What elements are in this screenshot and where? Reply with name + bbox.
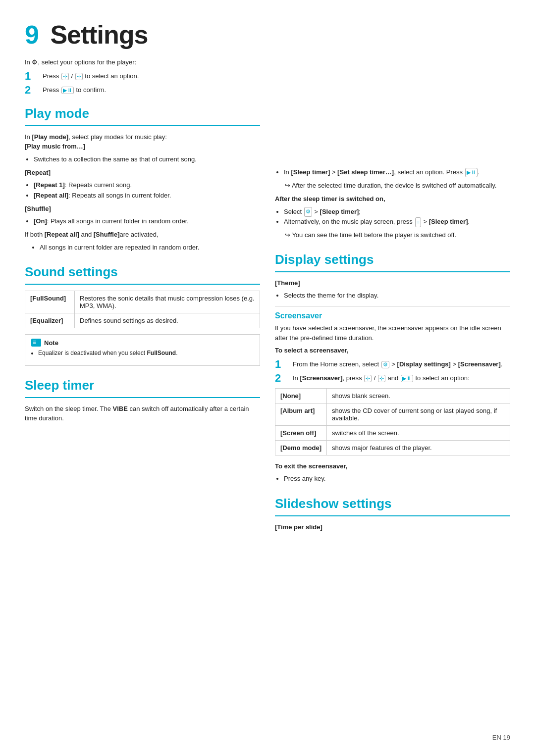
repeat-list: [Repeat 1]: Repeats current song. [Repea…	[34, 180, 260, 201]
list-item: [Repeat 1]: Repeats current song.	[34, 180, 260, 191]
none-term: [None]	[275, 388, 327, 403]
nav-icon-right: ⊹	[75, 73, 83, 80]
both-active-list: All songs in current folder are repeated…	[40, 243, 260, 253]
sleep-timer-intro: Switch on the sleep timer. The VIBE can …	[25, 404, 260, 423]
theme-list: Selects the theme for the display.	[284, 291, 510, 301]
display-settings-section: Display settings [Theme] Selects the the…	[275, 252, 510, 484]
sleep-timer-arrow: After the selected time duration, the de…	[285, 181, 510, 191]
page-footer: EN 19	[492, 734, 510, 741]
nav-icon-left: ⊹	[61, 73, 69, 80]
chapter-number: 9	[25, 20, 39, 49]
sleep-timer-right: In [Sleep timer] > [Set sleep timer…], s…	[275, 167, 510, 240]
step-2-number: 2	[25, 84, 40, 96]
screensaver-intro: If you have selected a screensaver, the …	[275, 323, 510, 343]
list-item: Selects the theme for the display.	[284, 291, 510, 301]
play-pause-icon: ▶⏸	[61, 87, 74, 94]
album-art-def: shows the CD cover of current song or la…	[327, 403, 510, 425]
step-2-text: Press ▶⏸ to confirm.	[43, 84, 106, 94]
page: 9 Settings In , select your options for …	[0, 0, 535, 756]
table-row: [Equalizer] Defines sound settings as de…	[25, 313, 260, 328]
slideshow-settings-title: Slideshow settings	[275, 496, 510, 511]
exit-screensaver-list: Press any key.	[284, 474, 510, 484]
fullsound-term: [FullSound]	[25, 291, 75, 313]
play-mode-intro: In [Play mode], select play modes for mu…	[25, 132, 260, 151]
play-mode-divider	[25, 125, 260, 126]
theme-term: [Theme]	[275, 278, 510, 288]
none-def: shows blank screen.	[327, 388, 510, 403]
list-item: Press any key.	[284, 474, 510, 484]
shuffle-list: [On]: Plays all songs in current folder …	[34, 216, 260, 227]
sleep-timer-list: In [Sleep timer] > [Set sleep timer…], s…	[284, 167, 510, 178]
sound-settings-divider	[25, 284, 260, 285]
screensaver-table: [None] shows blank screen. [Album art] s…	[275, 388, 510, 455]
left-column: Play mode In [Play mode], select play mo…	[25, 103, 260, 736]
right-column: In [Sleep timer] > [Set sleep timer…], s…	[275, 103, 510, 736]
step-1-text: Press ⊹ / ⊹ to select an option.	[43, 70, 139, 80]
list-item: Select ⚙ > [Sleep timer];	[284, 207, 510, 217]
intro-block: In , select your options for the player:…	[25, 57, 510, 98]
sound-settings-table: [FullSound] Restores the sonic details t…	[25, 291, 260, 328]
sleep-timer-title: Sleep timer	[25, 378, 260, 393]
both-active-text: If both [Repeat all] and [Shuffle]are ac…	[25, 230, 260, 240]
play-mode-section: Play mode In [Play mode], select play mo…	[25, 106, 260, 252]
demo-mode-def: shows major features of the player.	[327, 440, 510, 455]
nav-icon-4: ⊹	[378, 375, 385, 382]
screensaver-subtitle: Screensaver	[275, 311, 510, 320]
shuffle-label: [Shuffle]	[25, 204, 260, 214]
note-icon	[31, 339, 41, 347]
note-header: Note	[31, 339, 254, 347]
page-title: 9 Settings	[25, 20, 148, 49]
list-item: All songs in current folder are repeated…	[40, 243, 260, 253]
play-pause-icon-2: ▶⏸	[465, 168, 478, 178]
screensaver-step-2-text: In [Screensaver], press ⊹ / ⊹ and ▶⏸ to …	[293, 372, 470, 382]
table-row: [Album art] shows the CD cover of curren…	[275, 403, 510, 425]
exit-screensaver-title: To exit the screensaver,	[275, 461, 510, 471]
play-mode-title: Play mode	[25, 106, 260, 121]
screensaver-step-1-text: From the Home screen, select ⚙ > [Displa…	[293, 358, 502, 368]
gear-icon-3: ⚙	[381, 361, 389, 368]
list-item: Alternatively, on the music play screen,…	[284, 217, 510, 227]
play-music-from-list: Switches to a collection the same as tha…	[34, 154, 260, 165]
gear-icon-small: ⚙	[304, 207, 312, 217]
after-sleep-on-title: After the sleep timer is switched on,	[275, 194, 510, 204]
screensaver-divider	[275, 306, 510, 306]
demo-mode-term: [Demo mode]	[275, 440, 327, 455]
slideshow-divider	[275, 515, 510, 516]
table-row: [Screen off] switches off the screen.	[275, 425, 510, 440]
step-1-row: 1 Press ⊹ / ⊹ to select an option.	[25, 70, 510, 82]
slideshow-settings-section: Slideshow settings [Time per slide]	[275, 496, 510, 532]
sleep-timer-arrow-2: You can see the time left before the pla…	[285, 230, 510, 240]
list-item: In [Sleep timer] > [Set sleep timer…], s…	[284, 167, 510, 178]
table-row: [FullSound] Restores the sonic details t…	[25, 291, 260, 313]
album-art-term: [Album art]	[275, 403, 327, 425]
note-list: Equalizer is deactivated when you select…	[38, 349, 254, 358]
note-label: Note	[44, 339, 58, 347]
equalizer-def: Defines sound settings as desired.	[75, 313, 260, 328]
step-1-number: 1	[25, 70, 40, 82]
screen-off-def: switches off the screen.	[327, 425, 510, 440]
list-item: Switches to a collection the same as tha…	[34, 154, 260, 165]
menu-icon: ≡	[415, 217, 421, 227]
fullsound-def: Restores the sonic details that music co…	[75, 291, 260, 313]
list-item: [On]: Plays all songs in current folder …	[34, 216, 260, 227]
sound-settings-section: Sound settings [FullSound] Restores the …	[25, 264, 260, 365]
sleep-timer-section: Sleep timer Switch on the sleep timer. T…	[25, 378, 260, 423]
nav-icon-3: ⊹	[364, 375, 372, 382]
sleep-timer-divider	[25, 397, 260, 398]
time-per-slide-term: [Time per slide]	[275, 522, 510, 532]
table-row: [None] shows blank screen.	[275, 388, 510, 403]
two-col-layout: Play mode In [Play mode], select play mo…	[25, 103, 510, 736]
display-settings-divider	[275, 271, 510, 272]
title-text: Settings	[50, 20, 148, 49]
screensaver-steps-title: To select a screensaver,	[275, 346, 510, 355]
note-box: Note Equalizer is deactivated when you s…	[25, 334, 260, 365]
intro-text: In , select your options for the player:	[25, 57, 510, 67]
play-pause-icon-3: ▶⏸	[401, 375, 413, 382]
screensaver-step-2: 2 In [Screensaver], press ⊹ / ⊹ and ▶⏸ t…	[275, 372, 510, 384]
sound-settings-title: Sound settings	[25, 264, 260, 280]
list-item: [Repeat all]: Repeats all songs in curre…	[34, 191, 260, 201]
screensaver-step-1-num: 1	[275, 358, 290, 370]
screensaver-step-2-num: 2	[275, 372, 290, 384]
after-sleep-on-list: Select ⚙ > [Sleep timer]; Alternatively,…	[284, 207, 510, 228]
screensaver-step-1: 1 From the Home screen, select ⚙ > [Disp…	[275, 358, 510, 370]
